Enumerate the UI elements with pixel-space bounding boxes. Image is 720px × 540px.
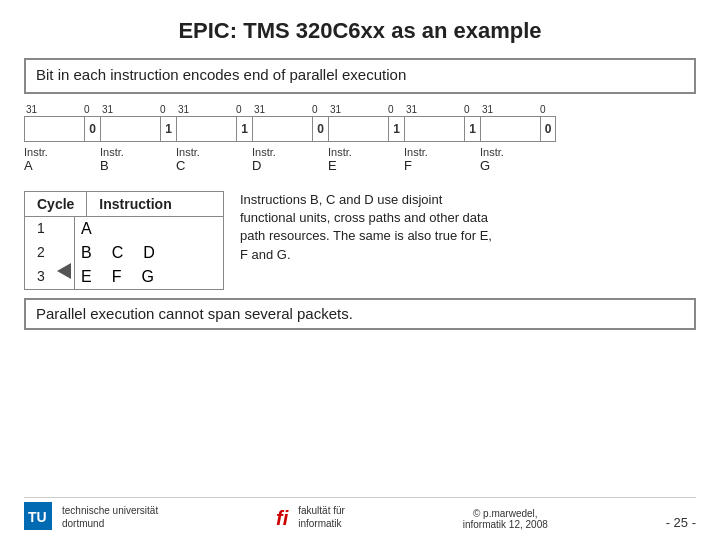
cycle-1-instrs: A [75,217,223,241]
instr-col-3b: F [112,268,122,286]
instr-3-g: G [141,268,153,286]
instr-a-bit: 0 [84,116,100,142]
hdr-0-3: 0 [236,104,252,115]
hdr-31-7: 31 [480,104,540,115]
hdr-31-1: 31 [24,104,84,115]
instr-3-e: E [81,268,92,286]
instr-col-3c: G [141,268,153,286]
hdr-0-7: 0 [540,104,556,115]
instruction-labels-row: Instr. A Instr. B Instr. C Instr. D Inst… [24,146,696,173]
instr-2-b: B [81,244,92,262]
hdr-0-6: 0 [464,104,480,115]
instr-b-bit: 1 [160,116,176,142]
instr-d-bit: 0 [312,116,328,142]
bits-visual-row: 0 1 1 0 1 1 0 [24,116,696,142]
cycle-table-header: Cycle Instruction [25,192,223,217]
instr-2-c: C [112,244,124,262]
bits-section: 31 0 31 0 31 0 31 0 31 0 31 0 31 0 0 1 1 [24,104,696,183]
slide: EPIC: TMS 320C6xx as an example Bit in e… [0,0,720,540]
footer: TU technische universität dortmund fi fa… [24,497,696,530]
cycle-2-instrs: B C D [75,241,223,265]
instr-d-wide [252,116,312,142]
instr-col-3a: E [81,268,92,286]
instr-f-bit: 1 [464,116,480,142]
hdr-31-2: 31 [100,104,160,115]
footer-copyright: © p.marwedel, informatik 12, 2008 [463,508,548,530]
label-g: Instr. G [480,146,556,173]
label-e: Instr. E [328,146,404,173]
label-a: Instr. A [24,146,100,173]
hdr-31-3: 31 [176,104,236,115]
cycle-2-num: 2 [25,241,75,265]
svg-text:TU: TU [28,509,47,525]
instr-col-1: A [81,220,92,238]
label-d: Instr. D [252,146,328,173]
instr-c-bit: 1 [236,116,252,142]
hdr-0-4: 0 [312,104,328,115]
hdr-0-2: 0 [160,104,176,115]
footer-center-group: fi fakultät für informatik [276,504,345,530]
instr-1-a: A [81,220,92,238]
footer-page-number: - 25 - [666,515,696,530]
instr-2-d: D [143,244,155,262]
instr-g-bit: 0 [540,116,556,142]
bit-header-row: 31 0 31 0 31 0 31 0 31 0 31 0 31 0 [24,104,696,115]
footer-left: TU technische universität dortmund [24,502,158,530]
footer-university-text: technische universität dortmund [62,504,158,530]
footer-faculty-text: fakultät für informatik [298,504,345,530]
instr-g-wide [480,116,540,142]
hdr-0-5: 0 [388,104,404,115]
label-f: Instr. F [404,146,480,173]
bottom-section: Cycle Instruction 1 A 2 [24,191,696,290]
instr-e-bit: 1 [388,116,404,142]
instr-3-f: F [112,268,122,286]
tu-dortmund-logo: TU [24,502,52,530]
cycle-table-body: 1 A 2 B C [25,217,223,289]
slide-title: EPIC: TMS 320C6xx as an example [24,18,696,44]
cycle-instruction-table: Cycle Instruction 1 A 2 [24,191,224,290]
cycle-row-1: 1 A [25,217,223,241]
hdr-31-6: 31 [404,104,464,115]
parallel-arrow [57,263,71,279]
hdr-31-4: 31 [252,104,312,115]
instr-col-2a: B [81,244,92,262]
cycle-3-instrs: E F G [75,265,223,289]
parallel-execution-text: Bit in each instruction encodes end of p… [36,66,406,83]
instr-b-wide [100,116,160,142]
hdr-31-5: 31 [328,104,388,115]
explanation-text: Instructions B, C and D use disjoint fun… [240,191,500,264]
instr-col-2c: D [143,244,155,262]
hdr-0-1: 0 [84,104,100,115]
cycle-row-2: 2 B C D [25,241,223,265]
label-b: Instr. B [100,146,176,173]
instr-a-wide [24,116,84,142]
parallel-bottom-text: Parallel execution cannot span several p… [36,305,353,322]
instruction-col-header: Instruction [87,192,223,216]
instr-col-2b: C [112,244,124,262]
instr-f-wide [404,116,464,142]
fi-logo: fi [276,507,288,530]
cycle-col-header: Cycle [25,192,87,216]
instr-c-wide [176,116,236,142]
parallel-execution-box: Bit in each instruction encodes end of p… [24,58,696,94]
parallel-bottom-box: Parallel execution cannot span several p… [24,298,696,330]
label-c: Instr. C [176,146,252,173]
cycle-1-num: 1 [25,217,75,241]
instr-e-wide [328,116,388,142]
cycle-row-3: 3 E F G [25,265,223,289]
